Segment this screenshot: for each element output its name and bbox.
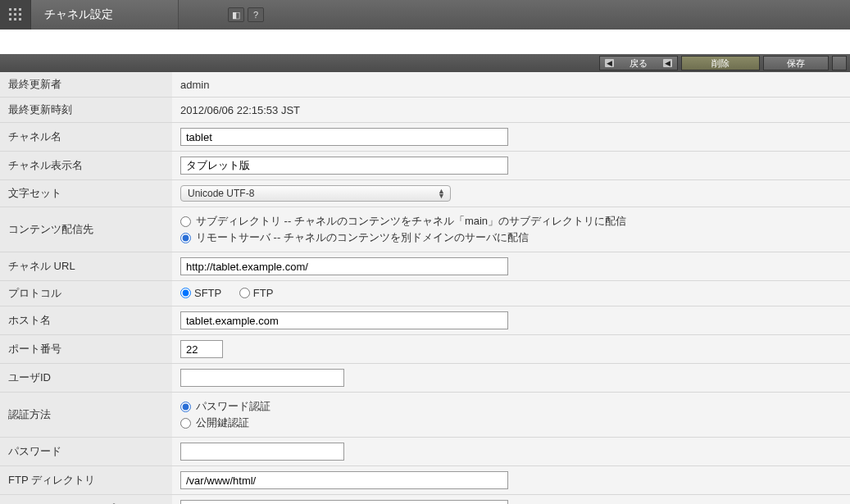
topbar: チャネル設定 ◧ ?	[0, 0, 850, 30]
svg-rect-5	[19, 13, 21, 16]
value-last-modified-at: 2012/06/06 22:15:53 JST	[172, 98, 850, 123]
svg-rect-3	[9, 13, 11, 16]
content-target-remote-radio[interactable]	[180, 233, 191, 243]
label-charset: 文字セット	[0, 180, 172, 207]
label-channel-url: チャネル URL	[0, 252, 172, 281]
delete-button[interactable]: 削除	[681, 56, 760, 70]
app-logo[interactable]	[0, 0, 31, 30]
label-host: ホスト名	[0, 306, 172, 335]
svg-rect-0	[9, 8, 11, 11]
label-auth-method: 認証方法	[0, 393, 172, 438]
save-button[interactable]: 保存	[763, 56, 829, 70]
label-last-modified-by: 最終更新者	[0, 72, 172, 98]
label-channel-display-name: チャネル表示名	[0, 152, 172, 180]
ftp-dir-input[interactable]	[180, 471, 508, 489]
label-content-target: コンテンツ配信先	[0, 207, 172, 252]
charset-select[interactable]: Unicode UTF-8 ▲▼	[180, 185, 451, 202]
content-target-subdir-radio[interactable]	[180, 216, 191, 227]
auth-publickey-radio[interactable]	[180, 418, 191, 429]
settings-form: 最終更新者 admin 最終更新時刻 2012/06/06 22:15:53 J…	[0, 72, 850, 504]
label-password: パスワード	[0, 438, 172, 466]
auth-password-label: パスワード認証	[196, 399, 270, 414]
svg-rect-1	[14, 8, 16, 11]
label-ftp-dir: FTP ディレクトリ	[0, 466, 172, 495]
label-fingerprint: サーバのフィンガープリント	[0, 495, 172, 505]
svg-rect-2	[19, 8, 21, 11]
svg-rect-4	[14, 13, 16, 16]
user-id-input[interactable]	[180, 369, 344, 387]
channel-name-input[interactable]	[180, 128, 508, 146]
chevron-updown-icon: ▲▼	[438, 188, 445, 198]
svg-rect-6	[9, 18, 11, 20]
charset-select-value: Unicode UTF-8	[188, 188, 254, 199]
svg-rect-8	[19, 18, 21, 20]
label-user-id: ユーザID	[0, 364, 172, 393]
save-button-label: 保存	[769, 57, 823, 70]
back-button[interactable]: ◀ 戻る ◀	[599, 56, 678, 70]
protocol-ftp-radio[interactable]	[239, 288, 250, 298]
port-input[interactable]	[180, 340, 223, 358]
history-icon[interactable]: ◧	[228, 7, 244, 22]
page-title: チャネル設定	[31, 0, 179, 30]
svg-rect-7	[14, 18, 16, 20]
value-last-modified-by: admin	[172, 72, 850, 98]
fingerprint-input[interactable]	[180, 500, 508, 504]
chevron-left-icon: ◀	[605, 59, 614, 67]
auth-password-radio[interactable]	[180, 402, 191, 412]
host-input[interactable]	[180, 311, 508, 329]
protocol-sftp-label: SFTP	[194, 287, 221, 299]
label-last-modified-at: 最終更新時刻	[0, 98, 172, 123]
content-target-remote-label: リモートサーバ -- チャネルのコンテンツを別ドメインのサーバに配信	[196, 230, 529, 245]
delete-button-label: 削除	[687, 57, 754, 70]
spacer	[0, 30, 850, 54]
grid-icon	[7, 7, 24, 23]
back-button-label: 戻る	[619, 57, 658, 70]
chevron-left-small-icon: ◀	[663, 59, 672, 67]
password-input[interactable]	[180, 443, 344, 461]
label-protocol: プロトコル	[0, 281, 172, 306]
action-bar: ◀ 戻る ◀ 削除 保存	[0, 54, 850, 72]
content-target-subdir-label: サブディレクトリ -- チャネルのコンテンツをチャネル「main」のサブディレク…	[196, 214, 626, 229]
channel-display-name-input[interactable]	[180, 157, 508, 175]
auth-publickey-label: 公開鍵認証	[196, 415, 249, 430]
help-icon[interactable]: ?	[248, 7, 264, 22]
channel-url-input[interactable]	[180, 257, 508, 275]
protocol-sftp-radio[interactable]	[180, 288, 191, 298]
label-channel-name: チャネル名	[0, 123, 172, 152]
save-icon-button[interactable]	[832, 56, 847, 70]
label-port: ポート番号	[0, 335, 172, 364]
protocol-ftp-label: FTP	[253, 287, 274, 299]
